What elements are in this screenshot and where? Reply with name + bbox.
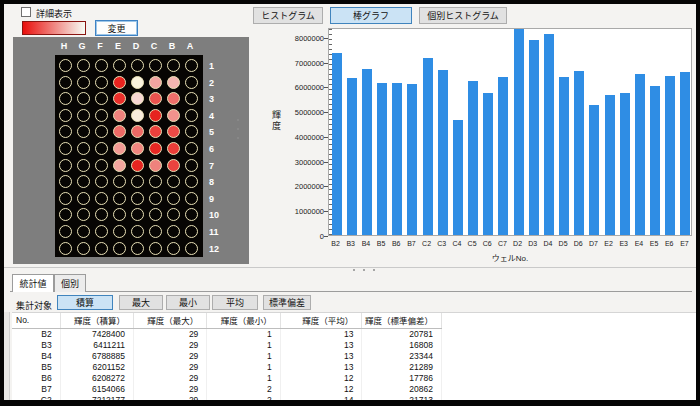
table-row[interactable]: B662082722911217786 (12, 372, 442, 383)
well-H1[interactable] (59, 59, 72, 72)
detail-display-label: 詳細表示 (36, 7, 72, 20)
well-F2[interactable] (95, 76, 108, 89)
well-G6[interactable] (77, 142, 90, 155)
change-button[interactable]: 変更 (95, 20, 138, 36)
well-C6[interactable] (149, 142, 162, 155)
statistics-table-wrap: No.輝度（積算）輝度（最大）輝度（最小）輝度（平均）輝度（標準偏差） B274… (12, 312, 696, 402)
well-A12[interactable] (185, 242, 198, 255)
panel-splitter-horizontal[interactable] (349, 269, 379, 271)
well-A7[interactable] (185, 159, 198, 172)
well-D2[interactable] (131, 76, 144, 89)
well-E4[interactable] (113, 109, 126, 122)
well-A2[interactable] (185, 76, 198, 89)
well-C9[interactable] (149, 192, 162, 205)
table-column-header: 輝度（積算） (60, 313, 133, 328)
well-A4[interactable] (185, 109, 198, 122)
well-C4[interactable] (149, 109, 162, 122)
well-C7[interactable] (149, 159, 162, 172)
target-button-5[interactable]: 標準偏差 (263, 295, 311, 310)
panel-splitter-vertical[interactable] (237, 112, 240, 146)
bar-E2 (605, 95, 615, 235)
well-C2[interactable] (149, 76, 162, 89)
well-B9[interactable] (167, 192, 180, 205)
well-C12[interactable] (149, 242, 162, 255)
table-row[interactable]: B761540662921220862 (12, 383, 442, 394)
well-E1[interactable] (113, 59, 126, 72)
table-cell: 21713 (362, 394, 442, 402)
well-B1[interactable] (167, 59, 180, 72)
well-G4[interactable] (77, 109, 90, 122)
well-E6[interactable] (113, 142, 126, 155)
well-G2[interactable] (77, 76, 90, 89)
x-tick-label: C7 (495, 240, 510, 247)
well-D9[interactable] (131, 192, 144, 205)
well-F11[interactable] (95, 225, 108, 238)
table-row[interactable]: B274284002911320781 (12, 328, 442, 339)
well-B7[interactable] (167, 159, 180, 172)
well-G12[interactable] (77, 242, 90, 255)
well-D4[interactable] (131, 109, 144, 122)
well-A1[interactable] (185, 59, 198, 72)
well-F9[interactable] (95, 192, 108, 205)
table-row[interactable]: B364112112911316808 (12, 339, 442, 350)
well-B2[interactable] (167, 76, 180, 89)
bar-D6 (574, 71, 584, 235)
well-B6[interactable] (167, 142, 180, 155)
well-F12[interactable] (95, 242, 108, 255)
well-D1[interactable] (131, 59, 144, 72)
well-H9[interactable] (59, 192, 72, 205)
well-G9[interactable] (77, 192, 90, 205)
well-E7[interactable] (113, 159, 126, 172)
well-B12[interactable] (167, 242, 180, 255)
well-F1[interactable] (95, 59, 108, 72)
well-G11[interactable] (77, 225, 90, 238)
well-D12[interactable] (131, 242, 144, 255)
view-button-2[interactable]: 棒グラフ (330, 7, 412, 24)
well-G7[interactable] (77, 159, 90, 172)
well-A11[interactable] (185, 225, 198, 238)
target-button-1[interactable]: 積算 (57, 295, 113, 310)
table-row[interactable]: C272121772921421713 (12, 394, 442, 402)
tab-2[interactable]: 個別 (54, 274, 86, 292)
table-row[interactable]: B467888852911323344 (12, 350, 442, 361)
well-F7[interactable] (95, 159, 108, 172)
well-E9[interactable] (113, 192, 126, 205)
well-E11[interactable] (113, 225, 126, 238)
table-row[interactable]: B562011522911321289 (12, 361, 442, 372)
well-G1[interactable] (77, 59, 90, 72)
target-button-3[interactable]: 最小 (166, 295, 210, 310)
well-E12[interactable] (113, 242, 126, 255)
well-A6[interactable] (185, 142, 198, 155)
well-H4[interactable] (59, 109, 72, 122)
target-button-2[interactable]: 最大 (119, 295, 163, 310)
well-C11[interactable] (149, 225, 162, 238)
well-H12[interactable] (59, 242, 72, 255)
well-B11[interactable] (167, 225, 180, 238)
well-D6[interactable] (131, 142, 144, 155)
well-H11[interactable] (59, 225, 72, 238)
table-cell: 1 (207, 328, 280, 339)
well-C1[interactable] (149, 59, 162, 72)
tab-1[interactable]: 統計値 (12, 274, 54, 292)
well-D7[interactable] (131, 159, 144, 172)
well-E2[interactable] (113, 76, 126, 89)
well-D11[interactable] (131, 225, 144, 238)
well-H7[interactable] (59, 159, 72, 172)
well-H6[interactable] (59, 142, 72, 155)
well-F4[interactable] (95, 109, 108, 122)
well-F6[interactable] (95, 142, 108, 155)
y-tick-label: 1000000 (284, 207, 324, 216)
well-H2[interactable] (59, 76, 72, 89)
x-tick-label: C3 (434, 240, 449, 247)
view-button-1[interactable]: ヒストグラム (253, 7, 323, 24)
well-A9[interactable] (185, 192, 198, 205)
bar-D7 (589, 105, 599, 235)
table-cell: 6201152 (60, 361, 133, 372)
view-button-3[interactable]: 個別ヒストグラム (419, 7, 507, 24)
target-button-4[interactable]: 平均 (212, 295, 258, 310)
well-B4[interactable] (167, 109, 180, 122)
x-tick-label: B4 (358, 240, 373, 247)
table-cell: 2 (207, 394, 280, 402)
table-scrollbar[interactable] (4, 312, 10, 402)
detail-display-checkbox[interactable] (21, 7, 31, 17)
